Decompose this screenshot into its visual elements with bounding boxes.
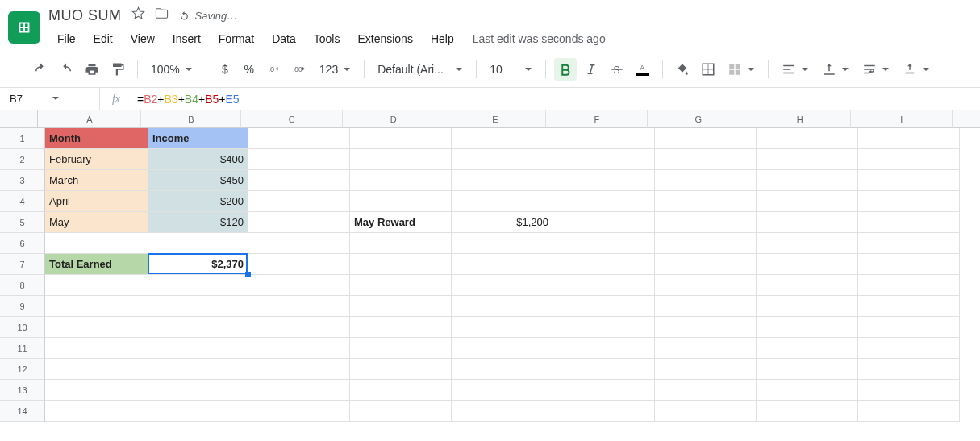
cell-G14[interactable] xyxy=(655,401,757,422)
cell-H4[interactable] xyxy=(757,191,858,212)
font-family-dropdown[interactable]: Default (Ari... xyxy=(373,60,468,79)
row-header-14[interactable]: 14 xyxy=(0,401,45,422)
cell-F11[interactable] xyxy=(553,338,655,359)
cell-D10[interactable] xyxy=(350,317,452,338)
cell-E11[interactable] xyxy=(452,338,553,359)
row-header-10[interactable]: 10 xyxy=(0,317,45,338)
cell-G2[interactable] xyxy=(655,149,757,170)
cell-H8[interactable] xyxy=(757,275,858,296)
cell-C9[interactable] xyxy=(248,296,350,317)
cell-D6[interactable] xyxy=(350,233,452,254)
cell-G10[interactable] xyxy=(655,317,757,338)
cell-G6[interactable] xyxy=(655,233,757,254)
row-header-6[interactable]: 6 xyxy=(0,233,45,254)
star-icon[interactable] xyxy=(131,6,145,24)
cell-I6[interactable] xyxy=(858,233,960,254)
menu-file[interactable]: File xyxy=(48,29,85,48)
cell-F13[interactable] xyxy=(553,380,655,401)
cell-B11[interactable] xyxy=(148,338,248,359)
column-header-A[interactable]: A xyxy=(38,110,141,128)
text-rotation-dropdown[interactable] xyxy=(898,59,935,80)
cell-B8[interactable] xyxy=(148,275,248,296)
text-color-button[interactable]: A xyxy=(632,58,654,81)
cell-G11[interactable] xyxy=(655,338,757,359)
cell-H9[interactable] xyxy=(757,296,858,317)
column-header-B[interactable]: B xyxy=(141,110,241,128)
number-format-dropdown[interactable]: 123 xyxy=(315,60,356,79)
cell-B5[interactable]: $120 xyxy=(148,212,248,233)
cell-B1[interactable]: Income xyxy=(148,128,248,149)
row-header-4[interactable]: 4 xyxy=(0,191,45,212)
cell-B10[interactable] xyxy=(148,317,248,338)
menu-tools[interactable]: Tools xyxy=(305,29,349,48)
cell-F10[interactable] xyxy=(553,317,655,338)
cell-D13[interactable] xyxy=(350,380,452,401)
cell-I5[interactable] xyxy=(858,212,960,233)
merge-cells-dropdown[interactable] xyxy=(723,59,760,80)
cell-G8[interactable] xyxy=(655,275,757,296)
cell-C1[interactable] xyxy=(248,128,350,149)
cell-E8[interactable] xyxy=(452,275,553,296)
cell-C8[interactable] xyxy=(248,275,350,296)
cell-C4[interactable] xyxy=(248,191,350,212)
menu-insert[interactable]: Insert xyxy=(164,29,210,48)
cell-I11[interactable] xyxy=(858,338,960,359)
cell-D11[interactable] xyxy=(350,338,452,359)
menu-view[interactable]: View xyxy=(122,29,164,48)
cell-A5[interactable]: May xyxy=(45,212,148,233)
cell-A14[interactable] xyxy=(45,401,148,422)
row-header-1[interactable]: 1 xyxy=(0,128,45,149)
vertical-align-dropdown[interactable] xyxy=(817,59,854,80)
cell-F12[interactable] xyxy=(553,359,655,380)
cell-B9[interactable] xyxy=(148,296,248,317)
strikethrough-button[interactable]: S xyxy=(606,58,628,81)
cell-I10[interactable] xyxy=(858,317,960,338)
zoom-dropdown[interactable]: 100% xyxy=(146,60,198,79)
cell-D9[interactable] xyxy=(350,296,452,317)
formula-bar[interactable]: =B2+B3+B4+B5+E5 xyxy=(132,93,240,106)
percent-button[interactable]: % xyxy=(239,58,260,81)
menu-format[interactable]: Format xyxy=(210,29,263,48)
doc-title[interactable]: MUO SUM xyxy=(48,7,122,24)
cell-A12[interactable] xyxy=(45,359,148,380)
column-header-G[interactable]: G xyxy=(648,110,749,128)
cell-E4[interactable] xyxy=(452,191,553,212)
row-header-7[interactable]: 7 xyxy=(0,254,45,275)
cell-C10[interactable] xyxy=(248,317,350,338)
cell-C11[interactable] xyxy=(248,338,350,359)
cell-F8[interactable] xyxy=(553,275,655,296)
cell-C12[interactable] xyxy=(248,359,350,380)
cell-A6[interactable] xyxy=(45,233,148,254)
cell-B14[interactable] xyxy=(148,401,248,422)
cell-I9[interactable] xyxy=(858,296,960,317)
redo-button[interactable] xyxy=(55,58,77,81)
cell-A10[interactable] xyxy=(45,317,148,338)
column-header-C[interactable]: C xyxy=(241,110,343,128)
cell-C13[interactable] xyxy=(248,380,350,401)
cell-I12[interactable] xyxy=(858,359,960,380)
row-header-3[interactable]: 3 xyxy=(0,170,45,191)
italic-button[interactable] xyxy=(580,58,603,81)
menu-help[interactable]: Help xyxy=(422,29,463,48)
undo-button[interactable] xyxy=(29,58,52,81)
cell-H6[interactable] xyxy=(757,233,858,254)
cell-H10[interactable] xyxy=(757,317,858,338)
cell-E1[interactable] xyxy=(452,128,553,149)
name-box-input[interactable] xyxy=(5,93,52,105)
cell-I7[interactable] xyxy=(858,254,960,275)
decrease-decimal-button[interactable]: .0 xyxy=(263,58,286,81)
cell-F6[interactable] xyxy=(553,233,655,254)
cell-G9[interactable] xyxy=(655,296,757,317)
cell-F2[interactable] xyxy=(553,149,655,170)
cell-D8[interactable] xyxy=(350,275,452,296)
cell-G13[interactable] xyxy=(655,380,757,401)
cell-D2[interactable] xyxy=(350,149,452,170)
cell-D4[interactable] xyxy=(350,191,452,212)
name-box[interactable] xyxy=(0,88,100,110)
cell-D14[interactable] xyxy=(350,401,452,422)
currency-button[interactable]: $ xyxy=(215,58,236,81)
cell-D5[interactable]: May Reward xyxy=(350,212,452,233)
row-header-9[interactable]: 9 xyxy=(0,296,45,317)
cell-G3[interactable] xyxy=(655,170,757,191)
select-all-cells[interactable] xyxy=(0,110,38,128)
